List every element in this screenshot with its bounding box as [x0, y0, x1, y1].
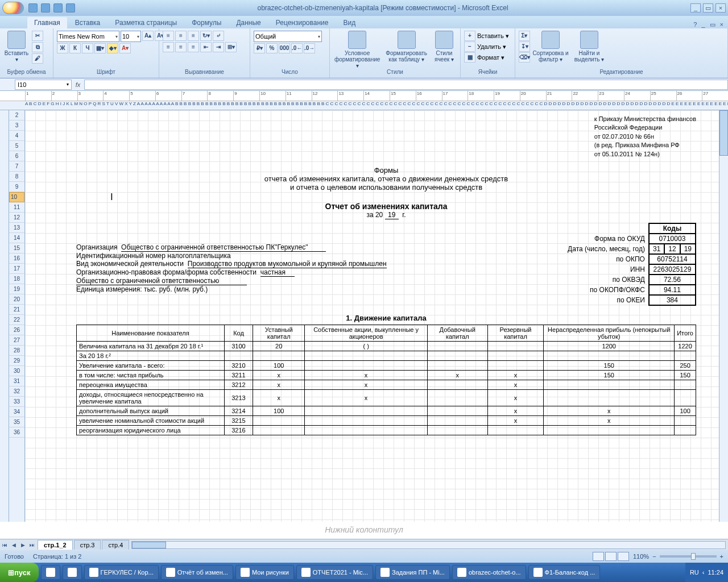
align-bottom-icon[interactable]: ≡ [188, 31, 199, 41]
zoom-out-button[interactable]: − [652, 553, 656, 560]
number-format-select[interactable]: Общий▾ [254, 31, 322, 42]
clock[interactable]: 11:24 [708, 569, 723, 576]
minimize-ribbon-icon[interactable]: _ [701, 21, 705, 28]
align-left-icon[interactable]: ≡ [163, 42, 174, 52]
insert-cells-button[interactable]: +Вставить ▾ [464, 31, 509, 41]
font-name-select[interactable]: Times New Rom▾ [57, 31, 119, 42]
tab-review[interactable]: Рецензирование [269, 17, 336, 28]
tab-formulas[interactable]: Формулы [185, 17, 228, 28]
sort-filter-button[interactable]: Сортировка и фильтр ▾ [532, 31, 569, 63]
align-top-icon[interactable]: ≡ [163, 31, 174, 41]
sheet-tab[interactable]: стр.3 [74, 540, 101, 550]
view-page-break-icon[interactable] [618, 552, 629, 561]
scroll-thumb[interactable] [719, 110, 728, 156]
maximize-button[interactable]: ▭ [703, 3, 713, 13]
taskbar-item[interactable]: ГЕРКУЛЕС / Кор... [84, 565, 159, 580]
taskbar-item[interactable] [41, 565, 60, 580]
sheet-nav-first[interactable]: ⏮ [0, 542, 9, 548]
format-painter-icon[interactable]: 🖌 [32, 53, 43, 64]
sort-icon [541, 31, 560, 49]
restore-window-icon[interactable]: ▭ [710, 21, 715, 28]
horizontal-scrollbar[interactable] [131, 541, 726, 549]
comma-icon[interactable]: 000 [279, 43, 290, 53]
font-size-select[interactable]: 10▾ [121, 31, 141, 42]
decrease-indent-icon[interactable]: ⇤ [200, 42, 212, 52]
help-icon[interactable]: ? [693, 21, 697, 28]
conditional-formatting-button[interactable]: Условное форматирование ▾ [333, 31, 381, 69]
system-tray[interactable]: RU ‹ 11:24 [685, 563, 728, 582]
paste-button[interactable]: Вставить ▾ [3, 31, 30, 63]
cell-styles-button[interactable]: Стили ячеек ▾ [432, 31, 457, 63]
group-styles: Стили [333, 69, 457, 78]
align-middle-icon[interactable]: ≡ [175, 31, 187, 41]
grow-font-icon[interactable]: A▴ [142, 31, 154, 41]
orientation-icon[interactable]: ↻▾ [200, 31, 212, 41]
taskbar-item[interactable]: Ф1-Баланс-код ... [528, 565, 601, 580]
taskbar-item[interactable]: Задания ПП - Mi... [375, 565, 450, 580]
fill-icon[interactable]: ↧▾ [519, 41, 530, 52]
increase-decimal-icon[interactable]: .0← [291, 43, 303, 53]
zoom-level[interactable]: 110% [633, 553, 649, 560]
format-as-table-button[interactable]: Форматировать как таблицу ▾ [383, 31, 429, 63]
sheet-nav-next[interactable]: ▶ [18, 542, 27, 548]
zoom-slider[interactable] [660, 555, 717, 558]
font-color-button[interactable]: A▾ [119, 43, 131, 53]
italic-button[interactable]: К [69, 43, 81, 53]
tab-home[interactable]: Главная [27, 17, 67, 28]
find-select-button[interactable]: Найти и выделить ▾ [571, 31, 607, 63]
align-right-icon[interactable]: ≡ [188, 42, 199, 52]
taskbar-item[interactable] [63, 565, 82, 580]
clear-icon[interactable]: ⌫▾ [519, 52, 530, 63]
border-button[interactable]: ▦▾ [94, 43, 106, 53]
column-headers[interactable]: A B C D E F G H I J K L M N O P Q R S T … [0, 101, 728, 110]
increase-indent-icon[interactable]: ⇥ [213, 42, 224, 52]
tab-page-layout[interactable]: Разметка страницы [108, 17, 184, 28]
underline-button[interactable]: Ч [82, 43, 93, 53]
redo-icon[interactable] [53, 3, 63, 13]
fill-color-button[interactable]: ◆▾ [107, 43, 118, 53]
sheet-tab[interactable]: стр.1_2 [38, 540, 73, 550]
sheet-nav-last[interactable]: ⏭ [27, 542, 36, 548]
zoom-in-button[interactable]: + [720, 553, 723, 560]
lang-indicator[interactable]: RU [690, 569, 699, 576]
sheet-tab[interactable]: стр.4 [102, 540, 129, 550]
row-headers[interactable]: 2345678910111213141516171819202122262728… [9, 110, 25, 522]
copy-icon[interactable]: ⧉ [32, 42, 43, 52]
close-button[interactable]: × [715, 3, 726, 13]
vertical-scrollbar[interactable] [719, 110, 728, 522]
print-icon[interactable] [66, 3, 75, 13]
close-workbook-icon[interactable]: × [720, 21, 723, 28]
cells-grid[interactable]: к Приказу Министерства финансовРоссийско… [25, 110, 719, 522]
start-button[interactable]: ⊞ пуск [0, 563, 39, 582]
cut-icon[interactable]: ✂ [32, 31, 43, 41]
taskbar-item[interactable]: obrazec-otchet-o... [452, 565, 526, 580]
decrease-decimal-icon[interactable]: .0→ [304, 43, 315, 53]
save-icon[interactable] [28, 3, 38, 13]
undo-icon[interactable] [41, 3, 50, 13]
taskbar-item[interactable]: Мои рисунки [235, 565, 294, 580]
taskbar-item[interactable]: Отчёт об измен... [161, 565, 233, 580]
align-center-icon[interactable]: ≡ [175, 42, 187, 52]
taskbar-item[interactable]: ОТЧЕТ2021 - Mic... [296, 565, 373, 580]
percent-icon[interactable]: % [266, 43, 278, 53]
wrap-text-icon[interactable]: ⤶ [213, 31, 224, 41]
currency-icon[interactable]: ₽▾ [254, 43, 265, 53]
format-cells-button[interactable]: ▦Формат ▾ [464, 52, 509, 63]
office-button[interactable] [2, 2, 24, 14]
tab-insert[interactable]: Вставка [68, 17, 107, 28]
tray-icon[interactable]: ‹ [702, 569, 705, 576]
formula-input[interactable] [84, 80, 728, 90]
merge-cells-icon[interactable]: ⊞▾ [225, 42, 237, 52]
view-normal-icon[interactable] [593, 552, 604, 561]
autosum-icon[interactable]: Σ▾ [519, 31, 530, 41]
tab-data[interactable]: Данные [229, 17, 267, 28]
fx-icon[interactable]: fx [72, 81, 84, 88]
scroll-thumb[interactable] [132, 542, 166, 548]
tab-view[interactable]: Вид [336, 17, 362, 28]
name-box[interactable]: I10▾ [15, 80, 72, 90]
view-page-layout-icon[interactable] [605, 552, 617, 561]
bold-button[interactable]: Ж [57, 43, 68, 53]
delete-cells-button[interactable]: −Удалить ▾ [464, 41, 509, 52]
sheet-nav-prev[interactable]: ◀ [9, 542, 18, 548]
minimize-button[interactable]: _ [690, 3, 701, 13]
